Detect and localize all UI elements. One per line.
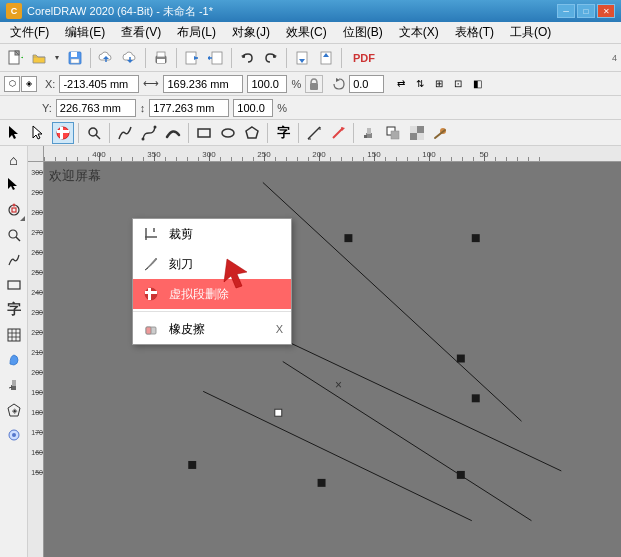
svg-rect-64 [8, 329, 20, 341]
svg-rect-48 [364, 135, 367, 138]
table-tool-left[interactable] [2, 323, 26, 347]
select-tool[interactable] [2, 173, 26, 197]
close-button[interactable]: ✕ [597, 4, 615, 18]
knife-icon [141, 254, 161, 274]
menu-view[interactable]: 查看(V) [113, 22, 169, 43]
menu-crop-item[interactable]: 裁剪 [133, 219, 291, 249]
zoom-tool-left[interactable] [2, 223, 26, 247]
node-8 [457, 471, 465, 479]
maximize-button[interactable]: □ [577, 4, 595, 18]
scale-y-input[interactable] [233, 99, 273, 117]
smart-fill-left[interactable]: ◈ [2, 398, 26, 422]
cloud-down-button[interactable] [119, 47, 141, 69]
transform4-button[interactable]: ⊡ [449, 75, 467, 93]
ellipse-tool-btn[interactable] [217, 122, 239, 144]
export-button[interactable] [205, 47, 227, 69]
sep-t5 [298, 123, 299, 143]
measure-tool-btn[interactable] [303, 122, 325, 144]
minimize-button[interactable]: ─ [557, 4, 575, 18]
flip-v-button[interactable]: ⇅ [411, 75, 429, 93]
menu-text[interactable]: 文本(X) [391, 22, 447, 43]
interactive-left[interactable] [2, 423, 26, 447]
crop-tool-btn[interactable] [52, 122, 74, 144]
connector-tool-btn[interactable] [327, 122, 349, 144]
separator-3 [176, 48, 177, 68]
svg-rect-51 [410, 126, 417, 133]
cloud-up-button[interactable] [95, 47, 117, 69]
artistic-tool-btn[interactable] [162, 122, 184, 144]
open-button[interactable] [28, 47, 50, 69]
print-button[interactable] [150, 47, 172, 69]
nav-up-button[interactable] [315, 47, 337, 69]
text-tool-left[interactable]: 字 [2, 298, 26, 322]
tool-arrow [20, 216, 25, 221]
nav-down-button[interactable] [291, 47, 313, 69]
pdf-button[interactable]: PDF [346, 47, 382, 69]
bezier-tool-btn[interactable] [138, 122, 160, 144]
freehand-tool-left[interactable] [2, 248, 26, 272]
menu-file[interactable]: 文件(F) [2, 22, 57, 43]
text-tool-btn[interactable]: 字 [272, 122, 294, 144]
eyedrop-tool-left[interactable] [2, 373, 26, 397]
transform3-button[interactable]: ⊞ [430, 75, 448, 93]
canvas-area[interactable]: 40035030025020015010050 3002902802702602… [28, 146, 621, 557]
import-button[interactable] [181, 47, 203, 69]
menu-effects[interactable]: 效果(C) [278, 22, 335, 43]
node-tool[interactable] [2, 198, 26, 222]
sep-t4 [267, 123, 268, 143]
scale-x-input[interactable] [247, 75, 287, 93]
menu-edit[interactable]: 编辑(E) [57, 22, 113, 43]
smudge-tool-btn[interactable] [430, 122, 452, 144]
freehand-tool-btn[interactable] [114, 122, 136, 144]
x-input[interactable] [59, 75, 139, 93]
canvas-content[interactable]: 欢迎屏幕 × [44, 162, 621, 557]
transparency-tool-btn[interactable] [406, 122, 428, 144]
menu-virtual-item[interactable]: 虚拟段删除 [133, 279, 291, 309]
menu-knife-item[interactable]: 刻刀 [133, 249, 291, 279]
eyedropper-tool-btn[interactable] [358, 122, 380, 144]
zoom-tool-btn[interactable] [83, 122, 105, 144]
transform5-button[interactable]: ◧ [468, 75, 486, 93]
rotate-input[interactable] [349, 75, 384, 93]
svg-line-56 [435, 130, 445, 138]
open-dropdown[interactable] [52, 47, 62, 69]
menu-bitmap[interactable]: 位图(B) [335, 22, 391, 43]
node-7 [318, 479, 326, 487]
y-input[interactable] [56, 99, 136, 117]
save-button[interactable] [64, 47, 86, 69]
drawing-canvas[interactable]: × [44, 162, 621, 557]
menu-layout[interactable]: 布局(L) [169, 22, 224, 43]
h-input[interactable] [149, 99, 229, 117]
new-button[interactable]: + [4, 47, 26, 69]
lock-icon[interactable] [305, 75, 323, 93]
window-controls[interactable]: ─ □ ✕ [557, 4, 615, 18]
select-tool-btn[interactable] [4, 122, 26, 144]
svg-rect-27 [310, 83, 318, 90]
subselect-tool-btn[interactable] [28, 122, 50, 144]
menu-object[interactable]: 对象(J) [224, 22, 278, 43]
fill-tool-left[interactable] [2, 348, 26, 372]
drawing-toolbar: 字 [0, 120, 621, 146]
menu-eraser-item[interactable]: 橡皮擦 X [133, 314, 291, 344]
w-input[interactable] [163, 75, 243, 93]
svg-point-39 [222, 129, 234, 137]
svg-marker-88 [224, 259, 247, 288]
flip-h-button[interactable]: ⇄ [392, 75, 410, 93]
undo-button[interactable] [236, 47, 258, 69]
menu-table[interactable]: 表格(T) [447, 22, 502, 43]
shadow-tool-btn[interactable] [382, 122, 404, 144]
svg-rect-13 [157, 59, 165, 63]
svg-line-76 [263, 182, 522, 421]
node-5 [472, 394, 480, 402]
redo-button[interactable] [260, 47, 282, 69]
menu-tools[interactable]: 工具(O) [502, 22, 559, 43]
rect-tool-btn[interactable] [193, 122, 215, 144]
node-6 [188, 461, 196, 469]
svg-point-60 [12, 204, 15, 207]
polygon-tool-btn[interactable] [241, 122, 263, 144]
svg-text:+: + [21, 53, 23, 62]
home-tool[interactable]: ⌂ [2, 148, 26, 172]
x-label: X: [45, 78, 55, 90]
shape-tool-left[interactable] [2, 273, 26, 297]
crop-label: 裁剪 [169, 226, 193, 243]
